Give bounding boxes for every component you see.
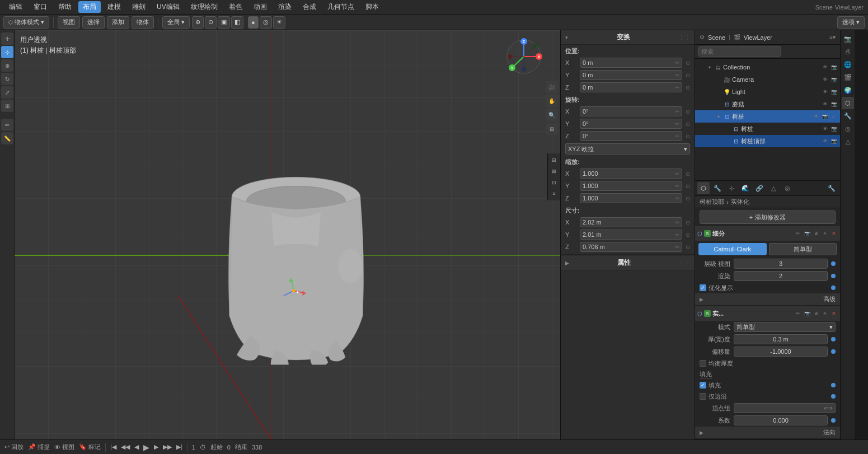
loc-x-input[interactable]: 0 m ⇔ xyxy=(580,58,682,68)
rendered-mode[interactable]: ☀ xyxy=(273,16,285,29)
subdivision-header[interactable]: ⬡ S 细分 ✏ 📷 🖥 ☀ ✕ xyxy=(695,226,840,241)
rim-dot[interactable] xyxy=(831,394,836,399)
fill-dot[interactable] xyxy=(831,383,836,387)
start-frame-input[interactable]: 0 xyxy=(227,444,231,451)
catmull-clark-tab[interactable]: Catmull-Clark xyxy=(698,243,767,255)
physics-icon[interactable]: 🌊 xyxy=(739,182,752,194)
menu-layout[interactable]: 布局 xyxy=(78,1,101,13)
vgroup-input[interactable]: ⟺ xyxy=(734,403,836,413)
menu-edit[interactable]: 编辑 xyxy=(4,1,27,13)
optimize-checkbox[interactable]: ✓ xyxy=(700,284,706,291)
scale-y-input[interactable]: 1.000 ⇔ xyxy=(580,181,682,191)
select-tool[interactable]: ⊹ xyxy=(1,46,13,58)
treestump-sub1-item[interactable]: ⊡ 树桩 👁 📷 xyxy=(695,123,840,135)
offset-input[interactable]: -1.0000 xyxy=(734,347,828,357)
measure-tool[interactable]: 📏 xyxy=(1,132,13,144)
treestump-select[interactable]: ✓ xyxy=(830,113,838,120)
frame-current[interactable]: 1 xyxy=(192,444,195,451)
view-btn[interactable]: 👁 视图 xyxy=(54,443,74,451)
menu-modeling[interactable]: 建模 xyxy=(103,1,125,13)
object-props-side-icon[interactable]: ⬡ xyxy=(842,97,854,109)
menu-scripting[interactable]: 脚本 xyxy=(361,1,383,13)
marker-btn[interactable]: 🔖 标记 xyxy=(79,443,101,451)
rot-y-input[interactable]: 0° ⇔ xyxy=(580,119,682,129)
menu-window[interactable]: 窗口 xyxy=(29,1,51,13)
xray-toggle[interactable]: ◧ xyxy=(231,16,243,29)
transform-tool[interactable]: ⊞ xyxy=(1,100,13,112)
rim-checkbox[interactable] xyxy=(700,393,706,400)
solidify-x-btn[interactable]: ✕ xyxy=(830,310,838,317)
output-props-icon[interactable]: 🖨 xyxy=(842,45,854,58)
mode-selector[interactable]: ⬡ 物体模式 ▾ xyxy=(3,16,49,29)
menu-geometry-nodes[interactable]: 几何节点 xyxy=(323,1,359,13)
filter-icon[interactable]: ≡▾ xyxy=(829,34,836,40)
jump-end-btn[interactable]: ▶| xyxy=(176,443,182,451)
optimize-dot[interactable] xyxy=(831,285,836,290)
move-tool[interactable]: ⊕ xyxy=(1,59,13,72)
even-checkbox[interactable] xyxy=(700,360,706,367)
modifier-props-side-icon[interactable]: 🔧 xyxy=(842,110,854,122)
collection-item[interactable]: ▾ 🗂 Collection 👁 📷 xyxy=(695,61,840,73)
menu-sculpt[interactable]: 雕刻 xyxy=(128,1,150,13)
collection-render[interactable]: 📷 xyxy=(830,63,838,71)
render-keyframe-dot[interactable] xyxy=(831,274,836,278)
select-menu[interactable]: 选择 xyxy=(82,16,105,29)
light-item[interactable]: 💡 Light 👁 📷 xyxy=(695,86,840,98)
data-icon[interactable]: △ xyxy=(767,182,780,194)
level-keyframe-dot[interactable] xyxy=(831,261,836,266)
subdiv-camera-btn[interactable]: 📷 xyxy=(803,230,811,237)
object-menu[interactable]: 物体 xyxy=(132,16,154,29)
snap-btn[interactable]: 📌 捕捉 xyxy=(28,443,50,451)
data-props-icon[interactable]: △ xyxy=(842,135,854,148)
scale-x-keyframe[interactable]: ⊙ xyxy=(686,171,690,177)
treestump-visibility[interactable]: 👁 xyxy=(812,113,820,120)
properties-header[interactable]: ▶ 属性 ⋮⋮ xyxy=(561,256,695,270)
view-layer-props-icon[interactable]: 🌐 xyxy=(842,58,854,71)
rotate-tool[interactable]: ↻ xyxy=(1,73,13,85)
scale-z-input[interactable]: 1.000 ⇔ xyxy=(580,193,682,203)
dim-y-input[interactable]: 2.01 m ⇔ xyxy=(580,230,682,240)
thickness-dot[interactable] xyxy=(831,337,836,341)
add-modifier-btn[interactable]: + 添加修改器 xyxy=(700,210,836,224)
snap-toggle[interactable]: ⊕ xyxy=(192,16,204,29)
transform-header[interactable]: ▾ 变换 ⋮⋮ xyxy=(561,30,695,45)
menu-help[interactable]: 帮助 xyxy=(54,1,76,13)
solidify-header[interactable]: ⬡ S 实... ✏ 📷 🖥 ☀ ✕ xyxy=(695,306,840,321)
solidify-render-btn[interactable]: ☀ xyxy=(821,310,829,317)
camera-view-btn[interactable]: 🎥 xyxy=(546,81,558,93)
material-mode[interactable]: ◎ xyxy=(260,16,272,29)
subdiv-edit-btn[interactable]: ✏ xyxy=(794,230,802,237)
prev-frame-btn[interactable]: ◀ xyxy=(134,443,139,451)
menu-shading[interactable]: 着色 xyxy=(224,1,247,13)
render-props-icon[interactable]: 📷 xyxy=(842,32,854,45)
cursor-tool[interactable]: ✛ xyxy=(1,32,13,45)
zoom-btn[interactable]: 🔍 xyxy=(546,109,558,121)
menu-compositing[interactable]: 合成 xyxy=(298,1,321,13)
numpad-3[interactable]: ⊡ xyxy=(549,177,559,188)
light-visibility[interactable]: 👁 xyxy=(821,88,829,96)
treestump-parent-item[interactable]: ▾ ⊡ 树桩 👁 📷 ✓ xyxy=(695,110,840,123)
view-menu[interactable]: 视图 xyxy=(58,16,80,29)
thickness-input[interactable]: 0.3 m xyxy=(734,334,828,344)
3d-viewport[interactable]: 用户透视 (1) 树桩 | 树桩顶部 Z X Y xyxy=(15,30,560,439)
solidify-camera-btn[interactable]: 📷 xyxy=(803,310,811,317)
modifier-props-icon[interactable]: 🔧 xyxy=(711,182,724,194)
rot-x-input[interactable]: 0° ⇔ xyxy=(580,106,682,116)
dim-y-keyframe[interactable]: ⊙ xyxy=(686,232,690,238)
solid-mode[interactable]: ● xyxy=(248,16,259,29)
solidify-realtime-btn[interactable]: 🖥 xyxy=(812,310,820,317)
material-icon[interactable]: ◎ xyxy=(781,182,794,194)
numpad-4[interactable]: ≡ xyxy=(549,189,559,199)
pan-btn[interactable]: ✋ xyxy=(546,95,558,107)
navigation-gizmo[interactable]: Z X Y xyxy=(504,37,543,78)
overlay-toggle[interactable]: ▣ xyxy=(218,16,230,29)
end-frame-input[interactable]: 338 xyxy=(252,444,262,451)
render-input[interactable]: 2 xyxy=(734,271,828,281)
play-btn[interactable]: ▶ xyxy=(143,443,149,452)
menu-render[interactable]: 渲染 xyxy=(274,1,296,13)
menu-uv[interactable]: UV编辑 xyxy=(152,1,184,13)
orthographic-btn[interactable]: ⊞ xyxy=(546,123,558,135)
add-menu[interactable]: 添加 xyxy=(107,16,129,29)
rot-x-keyframe[interactable]: ⊙ xyxy=(686,109,690,115)
constraints-icon[interactable]: 🔗 xyxy=(753,182,766,194)
